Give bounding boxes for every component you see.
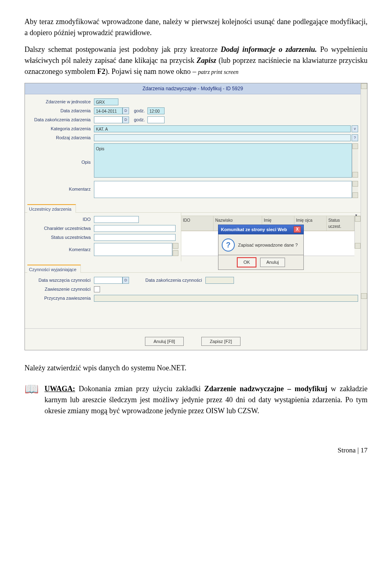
lbl-jednostka: Zdarzenie w jednostce [27, 98, 94, 105]
dialog-text: Zapisać wprowadzone dane ? [238, 242, 298, 249]
input-data-zak[interactable] [94, 116, 122, 123]
input-status-u[interactable] [94, 234, 176, 241]
textarea-komentarz[interactable] [94, 181, 352, 198]
dialog-title: Komunikat ze strony sieci Web [221, 226, 287, 233]
input-data-wszczecia[interactable] [94, 277, 122, 284]
dialog-titlebar: Komunikat ze strony sieci Web X [218, 225, 304, 235]
modal-title: Zdarzenia nadzwyczajne - Modyfikuj - ID … [25, 83, 361, 94]
th-ido: IDO [181, 216, 214, 231]
help-btn[interactable]: ? [352, 134, 358, 141]
lbl-godz-2: godz. [134, 116, 145, 123]
lbl-rodzaj: Rodzaj zdarzenia [27, 134, 94, 141]
lbl-data-zd: Data zdarzenia [27, 107, 94, 114]
question-icon: ? [222, 238, 235, 252]
confirm-dialog: Komunikat ze strony sieci Web X ? Zapisa… [218, 225, 304, 270]
p2-em1: Dodaj informacje o zdarzeniu. [221, 45, 317, 53]
val-kat[interactable]: KAT. A [94, 125, 351, 132]
date-picker-btn[interactable]: D [122, 107, 129, 114]
page-footer: Strona | 17 [24, 445, 368, 456]
section-czynnosci: Czynności wyjaśniające [27, 265, 81, 273]
lbl-data-zak-czyn: Data zakończenia czynności [145, 277, 202, 284]
uwaga-note: 📖 UWAGA: Dokonania zmian przy użyciu zak… [24, 383, 368, 416]
after-paragraph: Należy zatwierdzić wpis danych do system… [24, 363, 368, 374]
input-przyczyna [94, 295, 358, 302]
cancel-button[interactable]: Anuluj [F8] [145, 337, 184, 346]
dropdown-btn[interactable]: v [352, 125, 358, 132]
input-data-zak-czyn [205, 277, 234, 284]
input-charakter[interactable] [94, 225, 176, 232]
p2-f2: F2 [97, 67, 105, 76]
book-icon: 📖 [24, 383, 39, 395]
paragraph-main: Dalszy schemat postępowania jest podobny… [24, 44, 368, 77]
uwaga-em1: Zdarzenie nadzwyczajne – modyfikuj [204, 385, 327, 393]
participants-block: IDO Charakter uczestnictwa Status uczest… [25, 213, 361, 261]
para1-text: Aby teraz zmodyfikować wprowadzone dane,… [24, 18, 368, 37]
p2-em2: Zapisz [197, 56, 216, 65]
lbl-kategoria: Kategoria zdarzenia [27, 125, 94, 132]
input-godz-2[interactable] [147, 116, 165, 123]
lbl-charakter: Charakter uczestnictwa [27, 225, 94, 232]
checkbox-zawieszenie[interactable] [94, 286, 100, 292]
p2-cont3: ). Pojawi się nam nowe okno – [105, 67, 198, 76]
form-area: Zdarzenie w jednostce GRX Data zdarzenia… [25, 94, 361, 204]
section-uczestnicy: Uczestnicy zdarzenia [27, 204, 76, 213]
filter-icon[interactable]: ▾ [352, 213, 360, 216]
uwaga-t1: Dokonania zmian przy użyciu zakładki [75, 385, 204, 393]
date-picker-btn-2[interactable]: D [122, 116, 129, 123]
textarea-opis[interactable]: Opis [94, 143, 352, 178]
bottom-buttons-row: Anuluj [F8] Zapisz [F2] [25, 329, 361, 350]
input-ido[interactable] [94, 216, 139, 223]
ok-button[interactable]: OK [237, 257, 256, 267]
val-godz[interactable]: 12:00 [147, 107, 165, 114]
p2-lead: Dalszy schemat postępowania jest podobny… [24, 45, 221, 53]
paragraph-intro: Aby teraz zmodyfikować wprowadzone dane,… [24, 16, 368, 38]
lbl-ido: IDO [27, 216, 94, 223]
uwaga-label: UWAGA: [45, 385, 75, 393]
lbl-komentarz: Komentarz [27, 181, 94, 193]
th-status: Status uczest. [327, 216, 354, 231]
lbl-status-u: Status uczestnictwa [27, 234, 94, 241]
save-button[interactable]: Zapisz [F2] [201, 337, 241, 346]
lbl-koment2: Komentarz [27, 243, 94, 253]
anuluj-button[interactable]: Anuluj [260, 258, 285, 267]
p2-em3: patrz print screen [198, 69, 238, 75]
lbl-data-wszczecia: Data wszczęcia czynności [27, 277, 94, 284]
screenshot-panel: Zdarzenia nadzwyczajne - Modyfikuj - ID … [24, 83, 368, 350]
lbl-opis: Opis [27, 143, 94, 166]
close-icon[interactable]: X [294, 226, 301, 233]
val-grx[interactable]: GRX [94, 98, 118, 105]
lbl-przyczyna: Przyczyna zawieszenia [27, 295, 94, 302]
input-rodzaj[interactable] [94, 134, 351, 141]
val-data-zd[interactable]: 14-04-2011 [94, 107, 122, 114]
input-koment2[interactable] [94, 243, 172, 256]
date-picker-btn-3[interactable]: D [122, 277, 129, 284]
lbl-data-zak: Data zakończenia zdarzenia [27, 116, 94, 123]
lbl-godz: godz. [134, 107, 145, 114]
activities-block: Data wszczęcia czynności D Data zakończe… [25, 273, 361, 308]
lbl-zawieszenie: Zawieszenie czynności [27, 286, 94, 293]
